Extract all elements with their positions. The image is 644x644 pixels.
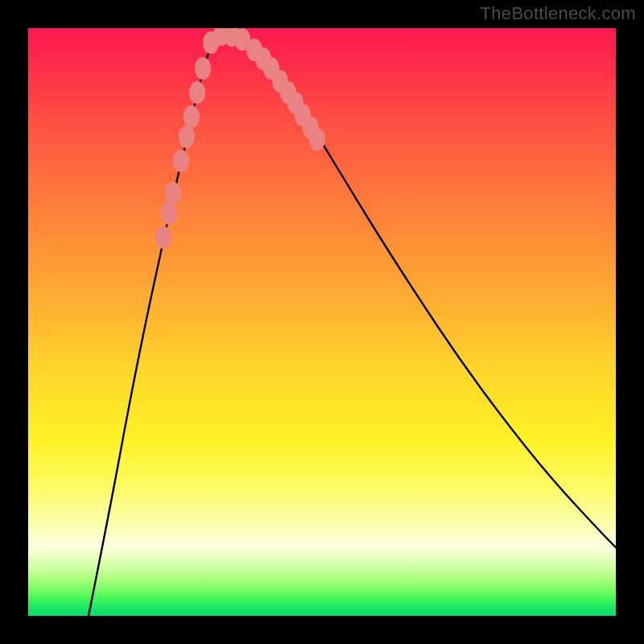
left-cluster-marker — [161, 202, 177, 225]
left-cluster-marker — [195, 57, 211, 80]
left-cluster-marker — [155, 226, 171, 249]
marker-group — [155, 28, 325, 249]
left-cluster-marker — [173, 150, 189, 172]
chart-frame: TheBottleneck.com — [0, 0, 644, 644]
left-cluster-marker — [165, 182, 181, 204]
right-cluster-marker — [309, 128, 325, 151]
left-cluster-marker — [189, 81, 205, 104]
curve-layer — [28, 28, 616, 616]
left-cluster-marker — [179, 126, 195, 148]
watermark-label: TheBottleneck.com — [481, 3, 636, 24]
bottleneck-curve-path — [89, 35, 616, 616]
plot-area — [28, 28, 616, 616]
left-cluster-marker — [184, 105, 200, 128]
